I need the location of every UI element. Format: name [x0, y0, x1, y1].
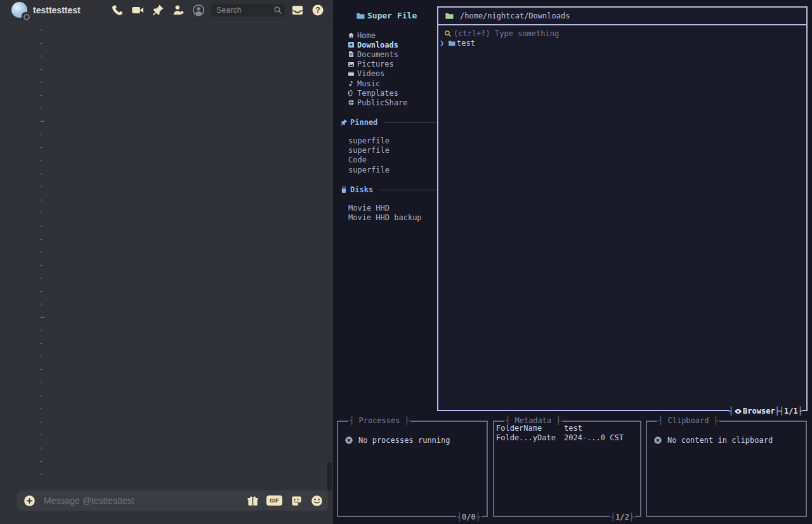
- chat-message: .: [0, 244, 324, 257]
- user-profile-icon[interactable]: [192, 3, 206, 17]
- inbox-icon[interactable]: [291, 3, 304, 17]
- current-path: /home/nightcat/Downloads: [460, 11, 570, 20]
- metadata-row: Folde...yDate2024-...0 CST: [496, 433, 640, 443]
- metadata-rows: FolderNametestFolde...yDate2024-...0 CST: [494, 422, 640, 443]
- disks-section-header: Disks: [340, 185, 437, 194]
- chat-message: .: [0, 348, 324, 362]
- chat-message: .: [0, 48, 324, 61]
- chat-message: .: [0, 257, 324, 270]
- chat-message: .: [0, 374, 324, 388]
- search-input[interactable]: Search: [211, 4, 285, 16]
- home-icon: [348, 32, 355, 39]
- metadata-row: FolderNametest: [496, 424, 640, 433]
- chat-message: .: [0, 283, 324, 296]
- chat-message: .: [0, 22, 324, 35]
- panel-counter: 1/1: [784, 407, 798, 416]
- superfile-sidebar: Super File HomeDownloadsDocumentsPicture…: [333, 0, 437, 412]
- chat-message: .: [0, 126, 324, 140]
- chat-message: .: [0, 361, 324, 374]
- sidebar-item-home[interactable]: Home: [333, 30, 437, 40]
- pinned-item[interactable]: Code: [333, 155, 437, 165]
- search-icon: [273, 6, 282, 15]
- clipboard-empty-state: No content in clipboard: [647, 422, 806, 445]
- chat-message: .: [0, 218, 324, 231]
- pinned-item[interactable]: superfile: [333, 136, 437, 146]
- avatar[interactable]: [11, 2, 27, 18]
- search-icon: [444, 30, 452, 37]
- file-panel-footer: ┤ Browser ├┤ 1/1 ├: [729, 407, 802, 416]
- sticker-icon[interactable]: [290, 494, 303, 507]
- sidebar-item-templates[interactable]: Templates: [333, 88, 437, 98]
- chat-message: ..: [0, 309, 324, 322]
- chat-message: .: [0, 152, 324, 166]
- chat-message: .: [0, 453, 324, 466]
- x-circle-icon: [653, 436, 662, 445]
- chat-message: .: [0, 400, 324, 414]
- metadata-panel: ┤ Metadata ├ FolderNametestFolde...yDate…: [493, 421, 641, 517]
- pinned-section-header: Pinned: [340, 118, 437, 127]
- video-call-icon[interactable]: [131, 3, 145, 17]
- view-mode-label: Browser: [743, 407, 775, 416]
- disk-item[interactable]: Movie HHD: [333, 204, 437, 213]
- sidebar-item-pictures[interactable]: Pictures: [333, 60, 437, 69]
- sidebar-item-publicshare[interactable]: PublicShare: [333, 98, 437, 107]
- file-list: ❯test: [438, 38, 806, 48]
- x-circle-icon: [344, 436, 353, 445]
- pinned-list: superfilesuperfileCodesuperfile: [333, 136, 437, 175]
- chat-message: .: [0, 296, 324, 309]
- chat-message: .: [0, 414, 324, 427]
- screen: testtesttest Search ....................…: [0, 0, 812, 524]
- chat-app: testtesttest Search ....................…: [0, 0, 333, 524]
- voice-call-icon[interactable]: [110, 3, 124, 17]
- chat-message: .: [0, 322, 324, 336]
- folder-icon: [356, 11, 365, 20]
- chat-message: .: [0, 74, 324, 87]
- chat-message: .: [0, 270, 324, 283]
- chat-message: .: [0, 61, 324, 74]
- eye-icon: [734, 407, 742, 416]
- folder-icon: [448, 39, 455, 47]
- gif-picker-icon[interactable]: GIF: [266, 495, 282, 506]
- chat-message: .: [0, 139, 324, 152]
- help-icon[interactable]: [311, 3, 325, 17]
- sidebar-item-videos[interactable]: Videos: [333, 69, 437, 79]
- selection-cursor: ❯: [440, 39, 448, 48]
- picture-icon: [348, 61, 355, 68]
- emoji-icon[interactable]: [310, 494, 323, 507]
- file-panel: /home/nightcat/Downloads (ctrl+f) Type s…: [437, 6, 808, 411]
- sidebar-directories: HomeDownloadsDocumentsPicturesVideosMusi…: [333, 30, 437, 108]
- superfile-terminal: Super File HomeDownloadsDocumentsPicture…: [333, 0, 812, 524]
- processes-empty-state: No processes running: [338, 422, 487, 445]
- pin-icon: [340, 119, 348, 126]
- message-input-bar[interactable]: Message @testtesttest GIF: [17, 490, 328, 511]
- message-input-placeholder[interactable]: Message @testtesttest: [44, 495, 246, 506]
- chat-message: .: [0, 192, 324, 205]
- disks-list: Movie HHDMovie HHD backup: [333, 204, 437, 223]
- sidebar-item-documents[interactable]: Documents: [333, 49, 437, 59]
- attach-plus-icon[interactable]: [23, 494, 36, 507]
- chat-message: .: [0, 35, 324, 48]
- processes-counter: ┤0/0├: [456, 513, 481, 521]
- metadata-counter: ┤1/2├: [610, 513, 635, 521]
- chat-message: ..: [0, 113, 324, 126]
- gift-icon[interactable]: [246, 494, 259, 507]
- chat-scrollbar[interactable]: [327, 462, 332, 490]
- sidebar-item-music[interactable]: Music: [333, 79, 437, 88]
- sidebar-item-downloads[interactable]: Downloads: [333, 40, 437, 49]
- disk-item[interactable]: Movie HHD backup: [333, 213, 437, 223]
- pinned-item[interactable]: superfile: [333, 146, 437, 155]
- folder-icon: [445, 11, 454, 20]
- pin-messages-icon[interactable]: [151, 3, 165, 17]
- paperclip-icon: [348, 89, 355, 96]
- file-search-bar[interactable]: (ctrl+f) Type something: [438, 25, 806, 38]
- download-icon: [348, 41, 355, 48]
- add-friends-icon[interactable]: [171, 3, 185, 17]
- pinned-item[interactable]: superfile: [333, 166, 437, 175]
- message-list: .....................................: [0, 22, 324, 485]
- file-row-test[interactable]: ❯test: [438, 38, 806, 48]
- disk-icon: [340, 186, 348, 193]
- chat-message: .: [0, 335, 324, 348]
- clipboard-panel-title: ┤ Clipboard ├: [657, 416, 719, 425]
- chat-message: .: [0, 204, 324, 218]
- processes-panel-title: ┤ Processes ├: [348, 416, 410, 425]
